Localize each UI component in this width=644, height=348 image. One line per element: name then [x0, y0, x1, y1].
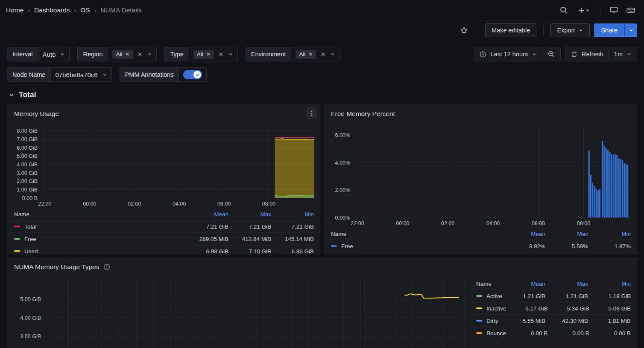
- add-menu-button[interactable]: [574, 3, 594, 17]
- type-chip-all[interactable]: All: [193, 50, 214, 59]
- series-name[interactable]: Active: [486, 293, 502, 299]
- numa-legend: NameMeanMaxMinActive1.21 GiB1.21 GiB1.19…: [469, 278, 637, 339]
- make-editable-button[interactable]: Make editable: [485, 23, 536, 37]
- close-icon[interactable]: [308, 52, 313, 56]
- series-color-swatch: [476, 332, 482, 334]
- series-max: 5.34 GiB: [548, 305, 589, 312]
- panel-title[interactable]: Free Memory Percent: [331, 110, 395, 118]
- series-name[interactable]: Total: [24, 223, 37, 230]
- svg-text:4.00 GiB: 4.00 GiB: [20, 315, 41, 321]
- series-name[interactable]: Inactive: [486, 305, 506, 312]
- series-mean: 7.21 GiB: [186, 223, 228, 230]
- breadcrumb-os[interactable]: OS: [80, 6, 90, 14]
- chevron-down-icon: [9, 92, 15, 98]
- node-name-select[interactable]: 07b6be8a70c6: [50, 68, 111, 81]
- panel-header: Free Memory Percent: [324, 105, 637, 123]
- series-min: 5.06 GiB: [589, 305, 631, 312]
- export-button[interactable]: Export: [550, 23, 590, 37]
- legend-name-header[interactable]: Name: [331, 231, 503, 237]
- region-select[interactable]: All: [108, 47, 156, 61]
- svg-text:08:00: 08:00: [577, 220, 590, 226]
- clock-icon: [479, 51, 486, 58]
- environment-select[interactable]: All: [291, 47, 340, 61]
- memory-usage-chart[interactable]: 0.00 B1.00 GiB2.00 GiB3.00 GiB4.00 GiB5.…: [7, 123, 320, 208]
- legend-row[interactable]: Bounce0.00 B0.00 B0.00 B: [469, 327, 637, 339]
- interval-select[interactable]: Auto: [38, 47, 70, 61]
- legend-name-header[interactable]: Name: [476, 281, 503, 287]
- kiosk-mode-button[interactable]: [606, 3, 621, 17]
- svg-text:00:00: 00:00: [83, 201, 96, 207]
- refresh-interval-select[interactable]: 1m: [609, 47, 637, 61]
- legend-stat-header[interactable]: Max: [545, 231, 588, 237]
- svg-text:4.00%: 4.00%: [335, 160, 350, 166]
- close-icon[interactable]: [206, 52, 211, 56]
- close-icon[interactable]: [125, 52, 129, 56]
- series-name[interactable]: Free: [24, 236, 36, 242]
- legend-stat-header[interactable]: Mean: [186, 211, 228, 218]
- svg-text:8.00 GiB: 8.00 GiB: [17, 128, 38, 134]
- svg-text:0.00 B: 0.00 B: [22, 195, 38, 201]
- plus-icon: [577, 6, 585, 14]
- panel-body: 5.00 GiB4.00 GiB3.00 GiB NameMeanMaxMinA…: [7, 276, 637, 348]
- kebab-menu-icon: [309, 110, 315, 117]
- region-chip-all[interactable]: All: [112, 50, 133, 59]
- svg-text:5.00 GiB: 5.00 GiB: [20, 296, 41, 302]
- legend-row[interactable]: Free289.05 MiB412.84 MiB145.14 MiB: [7, 232, 320, 245]
- keyboard-icon: [626, 6, 635, 15]
- series-name[interactable]: Free: [341, 243, 353, 249]
- clear-selection-icon[interactable]: [137, 52, 143, 57]
- legend-stat-header[interactable]: Min: [588, 281, 631, 287]
- environment-chip-all[interactable]: All: [296, 50, 316, 59]
- series-mean: 0.00 B: [506, 330, 547, 336]
- panel-title[interactable]: Memory Usage: [14, 110, 59, 118]
- region-variable: Region All: [77, 47, 157, 61]
- legend-row[interactable]: Dirty5.55 MiB42.30 MiB1.81 MiB: [469, 314, 637, 327]
- pmm-annotations-toggle[interactable]: [183, 70, 202, 79]
- refresh-button[interactable]: Refresh: [565, 47, 609, 61]
- row-total-toggle[interactable]: Total: [9, 90, 637, 99]
- legend-row[interactable]: Active1.21 GiB1.21 GiB1.19 GiB: [469, 290, 637, 302]
- legend-stat-header[interactable]: Max: [545, 281, 588, 287]
- node-name-label: Node Name: [7, 68, 50, 81]
- series-mean: 5.55 MiB: [503, 318, 545, 324]
- share-button[interactable]: Share: [594, 23, 624, 37]
- breadcrumb-current-page: NUMA Details: [100, 6, 141, 14]
- series-name[interactable]: Dirty: [486, 318, 498, 324]
- numa-memory-usage-chart[interactable]: 5.00 GiB4.00 GiB3.00 GiB: [7, 276, 469, 348]
- chevron-down-icon: [578, 28, 583, 33]
- search-button[interactable]: [556, 3, 571, 17]
- share-menu-button[interactable]: [624, 23, 637, 37]
- time-range-button[interactable]: Last 12 hours: [474, 47, 542, 61]
- dashboard-controls: Interval Auto Region All: [0, 40, 644, 82]
- legend-row[interactable]: Total7.21 GiB7.21 GiB7.21 GiB: [7, 220, 320, 232]
- series-color-swatch: [14, 238, 20, 240]
- breadcrumb-home[interactable]: Home: [6, 6, 23, 14]
- legend-row[interactable]: Free3.92%5.59%1.97%: [324, 240, 637, 252]
- svg-text:3.00 GiB: 3.00 GiB: [17, 170, 38, 176]
- legend-row[interactable]: Inactive5.17 GiB5.34 GiB5.06 GiB: [469, 302, 637, 314]
- clear-selection-icon[interactable]: [218, 52, 224, 57]
- svg-text:08:00: 08:00: [262, 201, 275, 207]
- free-memory-percent-chart[interactable]: 0.00%2.00%4.00%6.00%22:0000:0002:0004:00…: [324, 123, 637, 228]
- clear-selection-icon[interactable]: [320, 52, 326, 57]
- pmm-annotations-label: PMM Annotations: [120, 68, 179, 81]
- panel-menu-button[interactable]: [306, 107, 317, 119]
- legend-stat-header[interactable]: Max: [228, 211, 271, 218]
- legend-name-header[interactable]: Name: [14, 211, 186, 218]
- info-icon[interactable]: [103, 264, 110, 270]
- zoom-out-time-button[interactable]: [542, 47, 560, 61]
- panel-title[interactable]: NUMA Memory Usage Types: [14, 263, 100, 271]
- series-min: 0.00 B: [589, 330, 631, 336]
- svg-text:06:00: 06:00: [217, 201, 231, 207]
- legend-row[interactable]: Used6.98 GiB7.10 GiB6.86 GiB: [7, 245, 320, 254]
- breadcrumb-dashboards[interactable]: Dashboards: [34, 6, 70, 14]
- series-name[interactable]: Used: [24, 248, 38, 255]
- legend-stat-header[interactable]: Min: [588, 231, 631, 237]
- legend-stat-header[interactable]: Mean: [503, 231, 545, 237]
- legend-stat-header[interactable]: Mean: [503, 281, 545, 287]
- keyboard-shortcuts-button[interactable]: [624, 3, 638, 17]
- favorite-button[interactable]: [457, 23, 471, 38]
- type-select[interactable]: All: [189, 47, 237, 61]
- legend-stat-header[interactable]: Min: [271, 211, 314, 218]
- series-name[interactable]: Bounce: [486, 330, 506, 336]
